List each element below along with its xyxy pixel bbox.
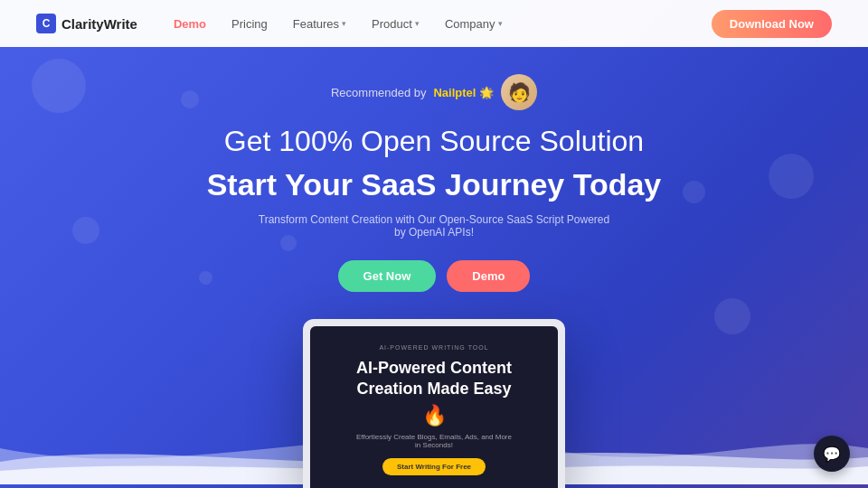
logo[interactable]: C ClarityWrite — [36, 14, 137, 33]
demo-button[interactable]: Demo — [447, 260, 530, 292]
chevron-down-icon: ▾ — [498, 19, 503, 28]
laptop-mockup: AI-POWERED WRITING TOOL AI-Powered Conte… — [0, 319, 868, 488]
hero-subtitle: Transform Content Creation with Our Open… — [253, 213, 615, 239]
avatar: 🧑 — [501, 74, 537, 110]
screen-tag: AI-POWERED WRITING TOOL — [379, 344, 488, 351]
recommended-prefix: Recommended by — [331, 86, 427, 99]
laptop: AI-POWERED WRITING TOOL AI-Powered Conte… — [303, 319, 565, 488]
screen-subtitle: Effortlessly Create Blogs, Emails, Ads, … — [353, 433, 515, 449]
hero-section: Recommended by Nailptel 🌟 🧑 Get 100% Ope… — [0, 47, 868, 319]
nav-company[interactable]: Company ▾ — [445, 17, 503, 31]
nav-features[interactable]: Features ▾ — [293, 17, 346, 31]
recommended-name: Nailptel 🌟 — [433, 86, 494, 99]
laptop-body: AI-POWERED WRITING TOOL AI-Powered Conte… — [303, 319, 565, 488]
download-button[interactable]: Download Now — [712, 10, 832, 38]
hero-title-line2: Start Your SaaS Journey Today — [207, 164, 662, 204]
logo-text: ClarityWrite — [61, 16, 137, 32]
flame-icon: 🔥 — [422, 404, 447, 427]
hero-title-line1: Get 100% Open Source Solution — [224, 123, 644, 161]
chat-bubble-button[interactable]: 💬 — [814, 436, 850, 472]
cta-buttons: Get Now Demo — [338, 260, 531, 292]
logo-icon: C — [36, 14, 56, 33]
recommended-badge: Recommended by Nailptel 🌟 🧑 — [331, 74, 537, 110]
get-now-button[interactable]: Get Now — [338, 260, 437, 292]
nav-links: Demo Pricing Features ▾ Product ▾ Compan… — [174, 17, 712, 31]
nav-pricing[interactable]: Pricing — [231, 17, 268, 31]
chevron-down-icon: ▾ — [342, 19, 346, 28]
chevron-down-icon: ▾ — [415, 19, 420, 28]
nav-demo[interactable]: Demo — [174, 17, 206, 31]
screen-cta-button[interactable]: Start Writing For Free — [382, 458, 486, 475]
navbar: C ClarityWrite Demo Pricing Features ▾ P… — [0, 0, 868, 47]
nav-product[interactable]: Product ▾ — [372, 17, 420, 31]
laptop-screen: AI-POWERED WRITING TOOL AI-Powered Conte… — [310, 326, 558, 488]
screen-title: AI-Powered Content Creation Made Easy — [326, 358, 542, 400]
chat-icon: 💬 — [823, 446, 841, 463]
